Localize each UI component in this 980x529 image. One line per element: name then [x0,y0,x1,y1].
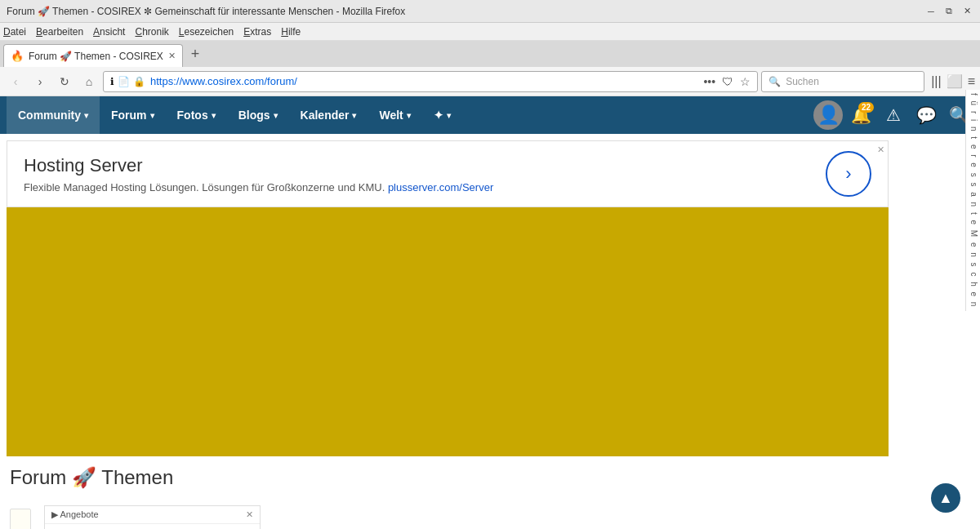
address-security-icons: ℹ 📄 🔒 [110,76,145,87]
nav-item-community[interactable]: Community ▾ [7,96,100,134]
bottom-ad: ▶ Angebote ✕ DELTA AUTOMOBILE GMBH & CO.… [44,505,261,529]
maximize-button[interactable]: ⧉ [942,5,956,18]
hamburger-icon[interactable]: ≡ [968,74,975,89]
chat-button[interactable]: 💬 [911,100,941,130]
address-bar: ‹ › ↻ ⌂ ℹ 📄 🔒 https://www.cosirex.com/fo… [0,67,980,96]
search-placeholder: Suchen [786,76,819,87]
nav-item-fotos[interactable]: Fotos ▾ [166,96,227,134]
tab-close-button[interactable]: ✕ [168,51,176,61]
community-chevron-icon: ▾ [84,111,88,120]
more-options-button[interactable]: ••• [703,75,715,88]
tab-favicon: 🔥 [11,50,24,62]
tab-bar: 🔥 Forum 🚀 Themen - COSIREX ✕ + [0,41,980,67]
active-tab[interactable]: 🔥 Forum 🚀 Themen - COSIREX ✕ [3,44,183,67]
notification-badge: 22 [858,102,874,113]
nav-blogs-label: Blogs [238,109,270,122]
nav-welt-label: Welt [379,109,403,122]
menu-bearbeiten[interactable]: Bearbeiten [36,26,83,38]
minimize-button[interactable]: ─ [924,5,938,18]
tabs-icon[interactable]: ⬜ [947,73,963,89]
ad-content: Hosting Server Flexible Managed Hosting … [24,155,826,193]
tab-label: Forum 🚀 Themen - COSIREX [29,51,163,62]
page-content: Forum 🚀 Themen ▶ Angebote ✕ DELTA AUTOMO… [0,456,980,529]
menu-extras[interactable]: Extras [243,26,271,38]
notifications-button[interactable]: 🔔 22 [846,100,875,130]
nav-item-forum[interactable]: Forum ▾ [100,96,166,134]
nav-fotos-label: Fotos [177,109,208,122]
forum-card [10,509,31,529]
new-tab-button[interactable]: + [185,42,207,66]
page-title: Forum 🚀 Themen [10,466,173,489]
menu-hilfe[interactable]: Hilfe [281,26,301,38]
forum-chevron-icon: ▾ [150,111,154,120]
bottom-ad-body: DELTA AUTOMOBILE GMBH & CO. KG IN MAINZ-… [45,524,260,529]
fotos-chevron-icon: ▾ [212,111,216,120]
blogs-chevron-icon: ▾ [274,111,278,120]
browser-title-bar: Forum 🚀 Themen - COSIREX ✼ Gemeinschaft … [0,0,980,23]
forward-button[interactable]: › [29,71,51,92]
nav-item-welt[interactable]: Welt ▾ [368,96,421,134]
menu-ansicht[interactable]: Ansicht [93,26,125,38]
scroll-to-top-button[interactable]: ▲ [931,483,960,513]
kalender-chevron-icon: ▾ [352,111,356,120]
ad-banner: Hosting Server Flexible Managed Hosting … [7,140,889,207]
right-sidebar-text: f ü r i n t e r e s s a n t e M e n s c … [965,90,980,311]
alert-button[interactable]: ⚠ [879,100,908,130]
menu-chronik[interactable]: Chronik [135,26,168,38]
library-icon[interactable]: ||| [931,74,941,89]
nav-kalender-label: Kalender [301,109,350,122]
nav-community-label: Community [18,109,81,122]
close-button[interactable]: ✕ [960,5,973,18]
site-navigation: Community ▾ Forum ▾ Fotos ▾ Blogs ▾ Kale… [0,96,980,134]
address-actions: ••• 🛡 ☆ [703,75,751,88]
nav-star-label: ✦ [434,109,443,122]
ad-link[interactable]: plusserver.com/Server [388,181,493,193]
info-icon: ℹ [110,76,114,87]
page-title-forum: Forum [10,466,66,488]
address-text: https://www.cosirex.com/forum/ [150,75,698,87]
bottom-ad-angebote-label: ▶ Angebote [51,509,99,520]
ad-desc-text: Flexible Managed Hosting Lösungen. Lösun… [24,181,385,193]
back-button[interactable]: ‹ [5,71,26,92]
address-input[interactable]: ℹ 📄 🔒 https://www.cosirex.com/forum/ •••… [103,71,758,92]
nav-item-blogs[interactable]: Blogs ▾ [227,96,289,134]
toolbar-icons: ||| ⬜ ≡ [931,73,975,89]
ad-title: Hosting Server [24,155,826,176]
nav-right-section: 👤 🔔 22 ⚠ 💬 🔍 [813,100,973,130]
nav-forum-label: Forum [111,109,147,122]
browser-title: Forum 🚀 Themen - COSIREX ✼ Gemeinschaft … [7,6,924,17]
ad-description: Flexible Managed Hosting Lösungen. Lösun… [24,181,826,193]
ad-close-button[interactable]: ✕ [877,144,884,155]
star-chevron-icon: ▾ [447,111,451,120]
sidebar-vertical-text: f ü r i n t e r e s s a n t e M e n s c … [969,93,978,308]
window-controls: ─ ⧉ ✕ [924,5,973,18]
yellow-banner-area [7,207,889,456]
bottom-ad-header: ▶ Angebote ✕ [45,506,260,524]
reload-button[interactable]: ↻ [54,71,75,92]
menu-datei[interactable]: Datei [3,26,26,38]
page-title-suffix: Themen [101,466,173,488]
nav-item-kalender[interactable]: Kalender ▾ [289,96,368,134]
bookmark-icon[interactable]: ☆ [740,75,751,88]
nav-item-star[interactable]: ✦ ▾ [422,96,462,134]
search-input-wrap[interactable]: 🔍 Suchen [761,71,924,92]
secure-icon: 🔒 [133,76,145,87]
home-button[interactable]: ⌂ [78,71,100,92]
page-title-rocket-icon: 🚀 [72,466,101,488]
menu-bar: Datei Bearbeiten Ansicht Chronik Lesezei… [0,23,980,41]
user-avatar[interactable]: 👤 [813,100,843,130]
ad-arrow-button[interactable]: › [826,151,871,197]
bottom-ad-close-icon[interactable]: ✕ [246,509,253,520]
reader-icon: 📄 [118,76,130,87]
shield-icon: 🛡 [722,75,733,88]
search-icon: 🔍 [768,76,781,87]
welt-chevron-icon: ▾ [407,111,411,120]
menu-lesezeichen[interactable]: Lesezeichen [179,26,234,38]
